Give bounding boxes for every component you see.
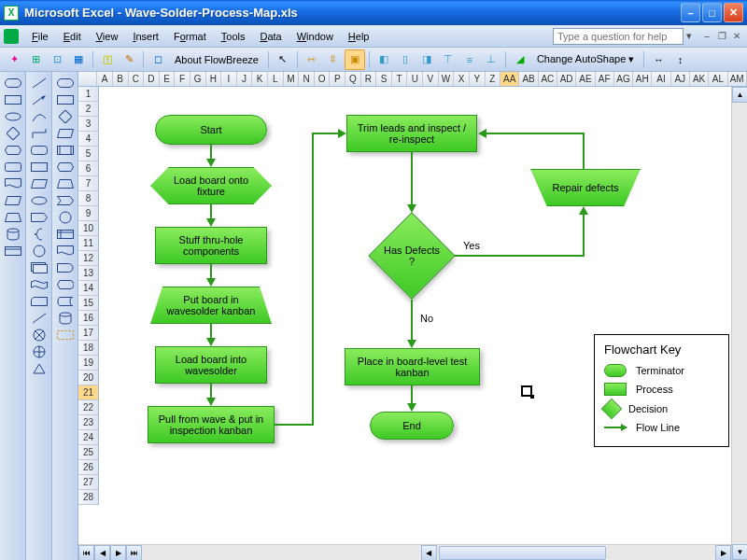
row-header[interactable]: 28 xyxy=(78,490,98,505)
palette-hex-icon[interactable] xyxy=(3,143,23,157)
node-end[interactable]: End xyxy=(370,412,454,440)
tb-frame-icon[interactable]: ◻ xyxy=(148,49,168,70)
column-header[interactable]: AJ xyxy=(671,72,690,86)
palette-chev-icon[interactable] xyxy=(55,193,76,207)
row-header[interactable]: 2 xyxy=(78,102,98,117)
palette-hex2-icon[interactable] xyxy=(55,160,76,174)
menu-edit[interactable]: Edit xyxy=(56,28,89,45)
app-icon[interactable] xyxy=(4,29,19,44)
palette-dbl-icon[interactable] xyxy=(29,260,49,274)
row-header[interactable]: 13 xyxy=(78,266,98,281)
column-header[interactable]: V xyxy=(423,72,439,86)
column-header[interactable]: O xyxy=(315,72,331,86)
row-header[interactable]: 4 xyxy=(78,132,98,147)
column-header[interactable]: U xyxy=(407,72,423,86)
row-header[interactable]: 5 xyxy=(78,147,98,161)
tb-align-right-icon[interactable]: ◨ xyxy=(416,49,437,70)
palette-cloud-icon[interactable] xyxy=(3,109,23,123)
vertical-scrollbar[interactable]: ▲ ▼ xyxy=(731,87,747,560)
palette-line2-icon[interactable] xyxy=(29,311,49,325)
row-header[interactable]: 19 xyxy=(78,356,98,371)
tb-tree-icon[interactable]: ⊞ xyxy=(25,49,46,70)
tb-key-icon[interactable]: ⚿ xyxy=(97,49,118,70)
column-header[interactable]: AH xyxy=(633,72,652,86)
tb-chart-icon[interactable]: ⊡ xyxy=(47,49,67,70)
column-header[interactable]: B xyxy=(113,72,129,86)
row-header[interactable]: 15 xyxy=(78,296,98,311)
horizontal-scrollbar[interactable]: ⏮ ◀ ▶ ⏭ ◀ ▶ xyxy=(78,544,731,560)
row-header[interactable]: 22 xyxy=(78,400,98,415)
close-button[interactable]: ✕ xyxy=(724,3,743,22)
palette-diamond-icon[interactable] xyxy=(3,126,23,140)
menu-help[interactable]: Help xyxy=(341,28,377,45)
column-header[interactable]: AI xyxy=(652,72,670,86)
column-header[interactable]: N xyxy=(299,72,315,86)
node-pull-inspect[interactable]: Pull from wave & put in inspection kanba… xyxy=(148,406,275,443)
column-header[interactable]: K xyxy=(252,72,268,86)
row-header[interactable]: 17 xyxy=(78,326,98,341)
row-header[interactable]: 26 xyxy=(78,460,98,475)
row-header[interactable]: 25 xyxy=(78,445,98,460)
column-header[interactable]: L xyxy=(268,72,284,86)
help-search-input[interactable] xyxy=(553,28,684,45)
row-header[interactable]: 6 xyxy=(78,161,98,176)
palette-pent-icon[interactable] xyxy=(29,210,49,224)
column-header[interactable]: AA xyxy=(500,72,519,86)
palette-para-icon[interactable] xyxy=(29,176,49,190)
palette-delay-icon[interactable] xyxy=(55,260,76,274)
column-header[interactable]: AD xyxy=(557,72,576,86)
node-stuff[interactable]: Stuff thru-hole components xyxy=(155,227,267,264)
column-header[interactable]: Z xyxy=(486,72,501,86)
column-header[interactable]: G xyxy=(190,72,206,86)
menu-data[interactable]: Data xyxy=(252,28,289,45)
column-header[interactable]: C xyxy=(129,72,145,86)
node-place[interactable]: Place in board-level test kanban xyxy=(345,348,480,385)
column-header[interactable]: AG xyxy=(614,72,633,86)
tb-align-bottom-icon[interactable]: ⊥ xyxy=(481,49,501,70)
palette-tab-icon[interactable] xyxy=(3,244,23,258)
column-header[interactable]: E xyxy=(160,72,176,86)
minimize-button[interactable]: – xyxy=(681,3,700,22)
tb-align-middle-icon[interactable]: ≡ xyxy=(459,49,480,70)
row-header[interactable]: 16 xyxy=(78,311,98,326)
node-put-kanban[interactable]: Put board in wavesolder kanban xyxy=(150,287,272,324)
row-header[interactable]: 27 xyxy=(78,475,98,490)
palette-card2-icon[interactable] xyxy=(55,227,76,241)
palette-tape-icon[interactable] xyxy=(29,277,49,291)
palette-trap2-icon[interactable] xyxy=(55,176,76,190)
column-header[interactable]: AF xyxy=(596,72,614,86)
doc-close-button[interactable]: ✕ xyxy=(730,30,743,43)
node-load-wavesolder[interactable]: Load board into wavesolder xyxy=(155,346,267,384)
row-header[interactable]: 14 xyxy=(78,281,98,296)
row-header[interactable]: 3 xyxy=(78,117,98,132)
tb-wand-icon[interactable]: ✎ xyxy=(119,49,139,70)
sheet-last-button[interactable]: ⏭ xyxy=(126,545,142,561)
node-start[interactable]: Start xyxy=(155,115,267,145)
sheet-prev-button[interactable]: ◀ xyxy=(94,545,110,561)
flowchart-key[interactable]: Flowchart Key Terminator Process Decisio… xyxy=(594,334,729,447)
column-header[interactable]: AL xyxy=(709,72,727,86)
palette-line-icon[interactable] xyxy=(29,76,49,90)
column-header[interactable]: H xyxy=(206,72,222,86)
palette-store-icon[interactable] xyxy=(55,294,76,308)
palette-box-icon[interactable] xyxy=(55,92,76,106)
tb-start-icon[interactable]: ✦ xyxy=(4,49,24,70)
maximize-button[interactable]: □ xyxy=(702,3,722,22)
help-dropdown-icon[interactable]: ▾ xyxy=(684,30,695,42)
menu-tools[interactable]: Tools xyxy=(214,28,253,45)
row-header[interactable]: 21 xyxy=(78,385,98,400)
palette-circ-icon[interactable] xyxy=(55,210,76,224)
palette-disp-icon[interactable] xyxy=(55,277,76,291)
row-header[interactable]: 10 xyxy=(78,221,98,236)
palette-trap-icon[interactable] xyxy=(3,210,23,224)
column-header[interactable]: AM xyxy=(728,72,747,86)
menu-insert[interactable]: Insert xyxy=(125,28,166,45)
column-header[interactable]: Y xyxy=(470,72,486,86)
palette-terminator-icon[interactable] xyxy=(3,76,23,90)
change-autoshape-button[interactable]: Change AutoShape ▾ xyxy=(531,53,640,65)
tb-vselect-icon[interactable]: ⇳ xyxy=(323,49,344,70)
column-header[interactable]: X xyxy=(454,72,470,86)
palette-cyl2-icon[interactable] xyxy=(55,311,76,325)
column-header[interactable]: Q xyxy=(345,72,361,86)
tb-style-icon[interactable]: ◢ xyxy=(510,49,530,70)
